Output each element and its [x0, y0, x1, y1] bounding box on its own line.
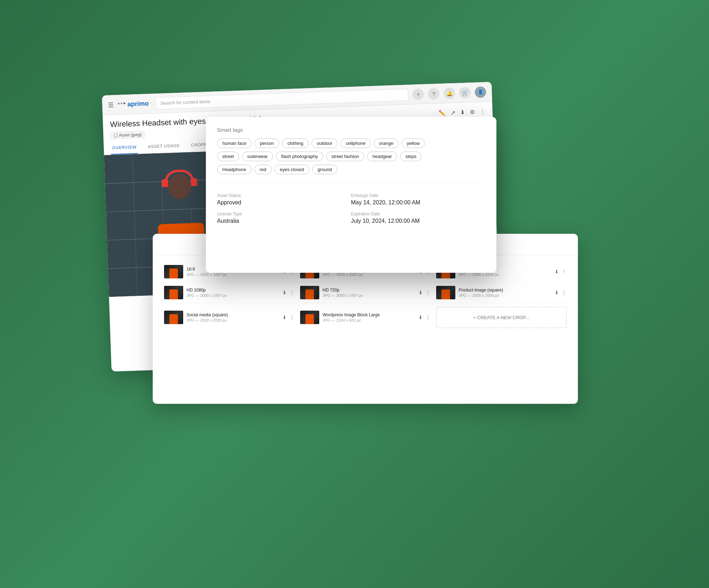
crop-spec-32: JPG — 3000 x 2000 px: [323, 272, 415, 277]
tag-steps[interactable]: steps: [400, 152, 422, 161]
crop-icons-social-square: ⬇ ⋮: [282, 315, 294, 320]
logo-dot-1: [118, 103, 119, 104]
settings-icon[interactable]: ⚙: [469, 108, 475, 115]
crop-name-product-square: Product image (square): [459, 288, 551, 293]
crop-preview-product-square: [441, 289, 450, 299]
download-icon-wordpress[interactable]: ⬇: [418, 315, 423, 320]
embargo-date-label: Embargo Date: [351, 193, 485, 198]
tag-clothing[interactable]: clothing: [282, 138, 309, 148]
crop-preview-hd720: [305, 289, 314, 299]
tab-overview[interactable]: OVERVIEW: [111, 141, 138, 155]
aprimo-logo-dots: [118, 102, 125, 104]
crop-thumb-inner-product-square: [436, 286, 455, 299]
tag-red[interactable]: red: [254, 165, 272, 174]
license-type-label: License Type: [217, 211, 351, 216]
crop-thumb-inner-wordpress: [300, 311, 319, 324]
hamburger-menu-icon[interactable]: ☰: [108, 101, 114, 109]
expiration-date-value: July 10, 2024, 12:00:00 AM: [351, 218, 485, 224]
tag-yellow[interactable]: yellow: [401, 138, 425, 148]
crop-item-product-square: Product image (square) JPG — 2000 x 2000…: [433, 282, 569, 303]
crop-info-hd720: HD 720p JPG — 3000 x 1687 px: [323, 288, 415, 298]
crop-preview-social-square: [169, 314, 178, 324]
asset-status-label: Asset Status: [217, 193, 351, 198]
crop-icons-43: ⬇ ⋮: [555, 269, 567, 275]
tag-headgear[interactable]: headgear: [367, 152, 397, 161]
crop-icons-wordpress: ⬇ ⋮: [418, 315, 431, 320]
tags-row-1: human face person clothing outdoor cellp…: [217, 138, 485, 148]
tag-person[interactable]: person: [254, 138, 279, 148]
crop-thumb-169: [164, 265, 183, 278]
share-icon[interactable]: ↗: [450, 109, 455, 116]
aprimo-logo: aprimo: [118, 100, 149, 108]
tags-row-2: street outerwear flash photography stree…: [217, 152, 485, 161]
edit-icon[interactable]: ✏️: [438, 109, 446, 117]
headphone-pad-right: [191, 178, 197, 186]
download-icon-hd720[interactable]: ⬇: [418, 290, 423, 295]
search-placeholder: Search for content items: [160, 99, 210, 106]
expiration-date-group: Expiration Date July 10, 2024, 12:00:00 …: [351, 209, 485, 227]
crop-spec-hd1080: JPG — 3000 x 1687 px: [187, 293, 279, 298]
tag-ground[interactable]: ground: [312, 165, 337, 174]
license-type-group: License Type Australia: [217, 209, 351, 227]
smart-tags-title: Smart tags: [217, 127, 485, 133]
asset-badge-label: Asset (jpeg): [119, 132, 141, 138]
crop-spec-43: JPG — 2666 x 2000 px: [459, 272, 551, 277]
crop-icons-hd1080: ⬇ ⋮: [282, 290, 294, 295]
tag-outerwear[interactable]: outerwear: [242, 152, 273, 161]
more-icon-hd720[interactable]: ⋮: [426, 290, 431, 295]
asset-action-icons: ✏️ ↗ ⬇ ⚙ ⋮: [438, 108, 485, 117]
create-new-crop-button[interactable]: + CREATE A NEW CROP...: [436, 307, 567, 328]
tag-orange[interactable]: orange: [374, 138, 399, 148]
tag-cellphone[interactable]: cellphone: [341, 138, 371, 148]
crop-spec-social-square: JPG — 2000 x 2000 px: [187, 318, 279, 322]
create-crop-label: + CREATE A NEW CROP...: [473, 315, 529, 320]
download-icon-43[interactable]: ⬇: [555, 269, 559, 275]
crop-spec-169: JPG — 3000 x 1687 px: [187, 272, 279, 277]
asset-status-value: Approved: [217, 199, 351, 206]
more-icon-43[interactable]: ⋮: [562, 269, 567, 275]
tag-headphone[interactable]: Headphone: [217, 165, 252, 174]
crop-thumb-hd1080: [164, 286, 183, 299]
crop-thumb-inner-hd1080: [164, 286, 183, 299]
crop-thumb-hd720: [300, 286, 319, 299]
crop-icons-product-square: ⬇ ⋮: [555, 290, 567, 295]
asset-badge-icon: ▢: [113, 133, 117, 138]
user-avatar[interactable]: 👤: [474, 86, 486, 98]
more-icon-hd1080[interactable]: ⋮: [289, 290, 294, 295]
more-icon-social-square[interactable]: ⋮: [289, 315, 294, 320]
tag-outdoor[interactable]: outdoor: [311, 138, 338, 148]
notifications-icon[interactable]: 🔔: [443, 87, 455, 99]
license-type-value: Australia: [217, 218, 351, 224]
tag-eyes-closed[interactable]: eyes closed: [275, 165, 310, 174]
crop-info-hd1080: HD 1080p JPG — 3000 x 1687 px: [187, 288, 279, 298]
aprimo-logo-text: aprimo: [127, 100, 149, 108]
tab-asset-usage[interactable]: ASSET USAGE: [146, 140, 181, 153]
more-icon-wordpress[interactable]: ⋮: [426, 315, 431, 320]
cart-icon[interactable]: 🛒: [459, 87, 471, 98]
crop-preview-169: [169, 268, 178, 278]
download-icon[interactable]: ⬇: [460, 109, 465, 115]
tag-human-face[interactable]: human face: [217, 138, 252, 148]
crop-name-social-square: Social media (square): [187, 312, 279, 317]
expiration-date-label: Expiration Date: [351, 211, 485, 216]
crop-thumb-wordpress: [300, 311, 319, 324]
person-head: [168, 174, 191, 200]
crop-item-hd720: HD 720p JPG — 3000 x 1687 px ⬇ ⋮: [297, 282, 433, 303]
download-icon-hd1080[interactable]: ⬇: [282, 290, 287, 295]
tag-street-fashion[interactable]: street fashion: [326, 152, 364, 161]
more-icon-product-square[interactable]: ⋮: [562, 290, 567, 295]
tag-street[interactable]: street: [217, 152, 240, 161]
download-icon-social-square[interactable]: ⬇: [282, 315, 287, 320]
crop-preview-wordpress: [305, 314, 314, 324]
crop-thumb-inner-169: [164, 265, 183, 278]
tag-flash-photography[interactable]: flash photography: [276, 152, 323, 161]
logo-dot-3: [123, 102, 125, 104]
more-icon[interactable]: ⋮: [479, 108, 485, 115]
crop-name-wordpress: Wordpress Image Block Large: [323, 312, 415, 317]
crop-info-social-square: Social media (square) JPG — 2000 x 2000 …: [187, 312, 279, 322]
add-button[interactable]: +: [412, 88, 424, 100]
download-icon-product-square[interactable]: ⬇: [555, 290, 559, 295]
crop-icons-hd720: ⬇ ⋮: [418, 290, 431, 295]
help-icon[interactable]: ?: [428, 88, 439, 100]
crop-item-wordpress: Wordpress Image Block Large JPG — 1024 x…: [297, 303, 433, 332]
